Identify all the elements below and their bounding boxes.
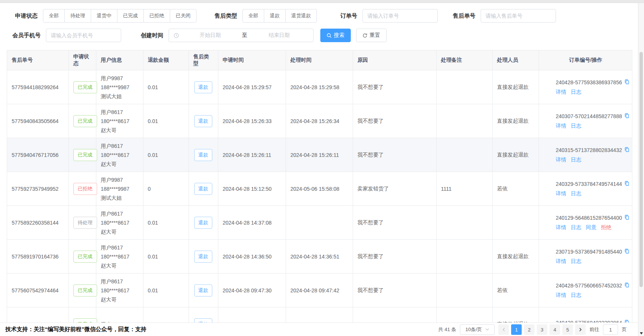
order-no-value: 240428-5775606657452032 xyxy=(556,283,622,289)
action-log[interactable]: 日志 xyxy=(571,89,582,96)
action-detail[interactable]: 详情 xyxy=(556,224,566,231)
page-button-5[interactable]: 5 xyxy=(562,324,573,335)
action-detail[interactable]: 详情 xyxy=(556,157,566,163)
page-button-3[interactable]: 3 xyxy=(537,324,547,335)
row-actions: 详情日志 xyxy=(556,258,629,265)
col-order-no-actions: 订单编号/操作 xyxy=(539,50,632,70)
aftersale-type-option-return-refund[interactable]: 退货退款 xyxy=(285,9,317,23)
action-log[interactable]: 日志 xyxy=(571,157,582,163)
handle-time-value: 2024-05-06 15:58:08 xyxy=(291,186,340,192)
handle-time-value: 2024-04-28 15:29:58 xyxy=(291,84,340,90)
row-actions: 详情日志 xyxy=(556,89,629,96)
action-detail[interactable]: 详情 xyxy=(556,292,566,299)
aftersale-type-badge: 退款 xyxy=(194,149,212,161)
user-phone: 180****8617 xyxy=(101,286,139,295)
page-unit-label: 页 xyxy=(622,326,627,333)
copy-icon[interactable] xyxy=(624,79,630,86)
apply-time-value: 2024-04-28 15:12:50 xyxy=(223,186,272,192)
aftersale-no-input[interactable] xyxy=(481,9,556,23)
end-date-field[interactable]: 结束日期 xyxy=(250,32,309,39)
user-phone: 188****9987 xyxy=(101,184,139,193)
reset-button[interactable]: 重置 xyxy=(356,29,387,42)
order-no-input[interactable] xyxy=(362,9,438,23)
row-actions: 详情日志同意拒绝 xyxy=(556,224,629,231)
page-size-select[interactable]: 10条/页 xyxy=(460,324,495,335)
copy-icon[interactable] xyxy=(624,147,630,154)
footer-bar: 技术支持：关注“编写美好前程”微信公众号，回复：支持 共 41 条 10条/页 … xyxy=(0,322,638,336)
action-log[interactable]: 日志 xyxy=(571,258,582,265)
apply-status-option-all[interactable]: 全部 xyxy=(43,9,65,23)
action-log[interactable]: 日志 xyxy=(571,123,582,129)
action-detail[interactable]: 详情 xyxy=(556,89,566,96)
apply-status-option-rejected[interactable]: 已拒绝 xyxy=(143,9,170,23)
aftersale-no-value: 5775891970164736 xyxy=(12,254,59,260)
handler-value: 直接发起退款 xyxy=(497,152,529,158)
refund-amount-value: 0.01 xyxy=(148,254,158,260)
user-name: 用户8617 xyxy=(101,141,139,151)
aftersale-type-option-all[interactable]: 全部 xyxy=(242,9,264,23)
user-nickname: 赵大哥 xyxy=(101,227,139,236)
apply-status-option-returning[interactable]: 退货中 xyxy=(91,9,117,23)
user-phone: 180****8617 xyxy=(101,218,139,227)
create-time-range-picker[interactable]: 开始日期 至 结束日期 xyxy=(169,29,314,42)
apply-status-option-pending[interactable]: 待处理 xyxy=(64,9,91,23)
user-name: 用户8617 xyxy=(101,277,139,286)
copy-icon[interactable] xyxy=(624,282,630,289)
aftersale-type-option-refund[interactable]: 退款 xyxy=(264,9,286,23)
page-button-4[interactable]: 4 xyxy=(550,324,560,335)
table-row: 5775940843505664 已完成 用户8617 180****8617 … xyxy=(7,104,632,138)
reason-value: 我不想要了 xyxy=(358,84,384,90)
apply-time-value: 2024-04-28 15:26:11 xyxy=(223,152,271,158)
search-button[interactable]: 搜索 xyxy=(320,29,351,42)
action-reject[interactable]: 拒绝 xyxy=(601,224,612,231)
reason-value: 我不想要了 xyxy=(358,287,384,293)
user-name: 用户8617 xyxy=(101,108,139,117)
status-badge: 已完成 xyxy=(73,251,97,263)
user-nickname: 测试大姐 xyxy=(101,92,139,101)
copy-icon[interactable] xyxy=(624,113,630,120)
apply-time-value: 2024-04-28 14:37:08 xyxy=(223,220,272,226)
handler-value: 直接发起退款 xyxy=(497,253,529,259)
page-button-1[interactable]: 1 xyxy=(511,324,522,335)
action-log[interactable]: 日志 xyxy=(571,190,582,197)
user-phone: 180****8617 xyxy=(101,151,139,160)
col-handle-time: 处理时间 xyxy=(286,50,353,70)
apply-time-value: 2024-04-28 15:26:33 xyxy=(223,118,272,124)
scrollbar-track[interactable] xyxy=(638,3,644,336)
next-page-button[interactable] xyxy=(575,324,586,335)
prev-page-button[interactable] xyxy=(498,324,509,335)
refresh-icon xyxy=(362,33,367,38)
chevron-left-icon xyxy=(502,327,505,332)
action-log[interactable]: 日志 xyxy=(571,292,582,299)
page-button-2[interactable]: 2 xyxy=(524,324,534,335)
aftersale-type-badge: 退款 xyxy=(194,81,212,93)
member-phone-input[interactable] xyxy=(46,29,121,42)
goto-label: 前往 xyxy=(589,326,599,333)
top-strip xyxy=(0,0,644,3)
start-date-field[interactable]: 开始日期 xyxy=(181,32,240,39)
col-handle-note: 处理备注 xyxy=(436,50,492,70)
status-badge: 已完成 xyxy=(73,115,97,127)
action-detail[interactable]: 详情 xyxy=(556,190,566,197)
copy-icon[interactable] xyxy=(624,214,630,221)
reason-value: 我不想要了 xyxy=(358,152,384,158)
goto-page-input[interactable] xyxy=(603,324,618,335)
refund-amount-value: 0 xyxy=(148,186,151,192)
scrollbar-down-arrow-icon[interactable] xyxy=(640,332,643,334)
handler-value: 直接发起退款 xyxy=(497,118,529,124)
aftersale-type-badge: 退款 xyxy=(194,251,212,263)
copy-icon[interactable] xyxy=(624,181,630,187)
action-approve[interactable]: 同意 xyxy=(586,224,597,231)
action-log[interactable]: 日志 xyxy=(571,224,582,231)
reason-value: 我不想要了 xyxy=(358,219,384,225)
user-phone: 180****8617 xyxy=(101,117,139,126)
aftersale-no-value: 5775940843505664 xyxy=(12,118,59,124)
scrollbar-thumb[interactable] xyxy=(639,52,643,287)
apply-status-option-completed[interactable]: 已完成 xyxy=(117,9,144,23)
action-detail[interactable]: 详情 xyxy=(556,123,566,129)
chevron-right-icon xyxy=(579,327,582,332)
action-detail[interactable]: 详情 xyxy=(556,258,566,265)
refund-amount-value: 0.01 xyxy=(148,84,158,90)
copy-icon[interactable] xyxy=(624,248,630,255)
apply-status-option-closed[interactable]: 已关闭 xyxy=(170,9,196,23)
